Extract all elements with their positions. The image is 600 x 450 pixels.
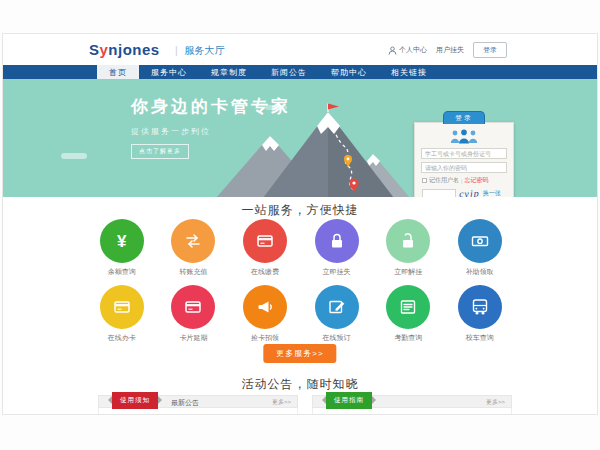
refresh-captcha-link[interactable]: 换一张 xyxy=(483,189,501,197)
services-row: ¥ 余额查询 转账充值 在线缴费 xyxy=(86,219,516,277)
service-label: 补助领取 xyxy=(466,267,494,277)
header: Synjones |服务大厅 个人中心 用户挂失 登录 xyxy=(3,34,597,65)
tab-usage-notice[interactable]: 使用须知 xyxy=(112,392,158,409)
service-label: 考勤查询 xyxy=(394,333,422,343)
service-circle xyxy=(315,285,359,329)
person-icon xyxy=(388,46,397,55)
service-subsidy-collection[interactable]: 补助领取 xyxy=(444,219,516,277)
more-link[interactable]: 更多>> xyxy=(272,396,291,409)
cloud-icon xyxy=(61,153,87,159)
service-circle xyxy=(243,285,287,329)
hero-banner: 你身边的卡管专家 提供服务一步到位 点击了解更多 登录 记住用户名 | 忘记密码 xyxy=(3,79,597,197)
remember-checkbox[interactable] xyxy=(422,178,427,183)
service-online-card-application[interactable]: 在线办卡 xyxy=(86,285,158,343)
bank-card-icon xyxy=(183,297,203,317)
bus-icon xyxy=(470,297,490,317)
forgot-password-link[interactable]: 忘记密码 xyxy=(465,176,489,185)
service-label: 余额查询 xyxy=(108,267,136,277)
header-right: 个人中心 用户挂失 登录 xyxy=(388,42,507,58)
service-report-loss[interactable]: 立即挂失 xyxy=(301,219,373,277)
logo-divider: | xyxy=(175,45,178,56)
logo-text: njones xyxy=(108,41,159,58)
password-input[interactable] xyxy=(421,162,507,173)
transfer-arrows-icon xyxy=(183,231,203,251)
unlock-icon xyxy=(398,231,418,251)
logo: Synjones xyxy=(89,41,160,58)
captcha-row: cvjp 换一张 xyxy=(422,188,506,197)
nav-item-home[interactable]: 首页 xyxy=(97,65,139,79)
yen-icon: ¥ xyxy=(117,233,126,250)
hero-title: 你身边的卡管专家 xyxy=(131,95,291,118)
service-online-booking[interactable]: 在线预订 xyxy=(301,285,373,343)
captcha-input[interactable] xyxy=(422,189,456,198)
services-section-title: 一站服务，方便快捷 xyxy=(3,202,597,219)
service-cancel-loss[interactable]: 立即解挂 xyxy=(372,219,444,277)
service-label: 立即解挂 xyxy=(394,267,422,277)
users-group-icon xyxy=(446,128,482,145)
personal-center-link[interactable]: 个人中心 xyxy=(388,45,427,55)
panel-header-bar: 使用指南 更多>> xyxy=(312,395,512,408)
service-balance-inquiry[interactable]: ¥ 余额查询 xyxy=(86,219,158,277)
service-circle xyxy=(100,285,144,329)
user-loss-report-link[interactable]: 用户挂失 xyxy=(436,45,464,55)
nav-item-related-links[interactable]: 相关链接 xyxy=(379,65,439,79)
service-label: 在线预订 xyxy=(323,333,351,343)
edit-icon xyxy=(327,297,347,317)
login-tab[interactable]: 登录 xyxy=(443,111,485,124)
banknote-icon xyxy=(470,231,490,251)
panel-header-bar: 使用须知 最新公告 更多>> xyxy=(98,395,298,408)
service-label: 立即挂失 xyxy=(323,267,351,277)
megaphone-icon xyxy=(255,297,275,317)
user-loss-report-label: 用户挂失 xyxy=(436,45,464,55)
nav-item-help-center[interactable]: 帮助中心 xyxy=(319,65,379,79)
site-name-label: 服务大厅 xyxy=(185,45,225,56)
service-found-card-claim[interactable]: 捡卡招领 xyxy=(229,285,301,343)
service-label: 在线办卡 xyxy=(108,333,136,343)
remember-row: 记住用户名 | 忘记密码 xyxy=(422,176,506,185)
service-card-extension[interactable]: 卡片延期 xyxy=(158,285,230,343)
service-attendance-inquiry[interactable]: 考勤查询 xyxy=(372,285,444,343)
service-school-bus-inquiry[interactable]: 校车查询 xyxy=(444,285,516,343)
nav-item-news[interactable]: 新闻公告 xyxy=(259,65,319,79)
hero-subtitle: 提供服务一步到位 xyxy=(131,126,291,137)
attendance-list-icon xyxy=(398,297,418,317)
service-label: 校车查询 xyxy=(466,333,494,343)
nav-item-service-center[interactable]: 服务中心 xyxy=(139,65,199,79)
nav-item-rules[interactable]: 规章制度 xyxy=(199,65,259,79)
tab-latest-announcements[interactable]: 最新公告 xyxy=(171,396,199,409)
service-circle xyxy=(386,285,430,329)
panel-usage-notice: 使用须知 最新公告 更多>> xyxy=(98,395,298,415)
service-circle xyxy=(171,285,215,329)
service-label: 捡卡招领 xyxy=(251,333,279,343)
more-services-button[interactable]: 更多服务>> xyxy=(263,344,336,363)
site-name: |服务大厅 xyxy=(175,44,225,58)
service-circle xyxy=(386,219,430,263)
service-transfer-recharge[interactable]: 转账充值 xyxy=(158,219,230,277)
service-label: 在线缴费 xyxy=(251,267,279,277)
remember-divider: | xyxy=(461,178,463,184)
captcha-image: cvjp xyxy=(459,188,480,197)
more-link[interactable]: 更多>> xyxy=(486,396,505,409)
service-label: 转账充值 xyxy=(179,267,207,277)
personal-center-label: 个人中心 xyxy=(399,45,427,55)
tab-usage-guide[interactable]: 使用指南 xyxy=(326,392,372,409)
service-circle xyxy=(458,285,502,329)
service-circle xyxy=(458,219,502,263)
hero-copy: 你身边的卡管专家 提供服务一步到位 点击了解更多 xyxy=(131,95,291,159)
service-circle xyxy=(315,219,359,263)
remember-label: 记住用户名 xyxy=(429,176,459,185)
service-label: 卡片延期 xyxy=(179,333,207,343)
username-input[interactable] xyxy=(421,148,507,159)
panel-usage-guide: 使用指南 更多>> xyxy=(312,395,512,415)
header-login-button[interactable]: 登录 xyxy=(473,42,507,58)
service-circle xyxy=(243,219,287,263)
service-circle xyxy=(171,219,215,263)
bank-card-icon xyxy=(112,297,132,317)
logo-text: S xyxy=(89,41,100,58)
service-online-payment[interactable]: 在线缴费 xyxy=(229,219,301,277)
panel-body xyxy=(98,408,298,415)
services-grid: ¥ 余额查询 转账充值 在线缴费 xyxy=(86,219,516,343)
service-circle: ¥ xyxy=(100,219,144,263)
hero-cta-button[interactable]: 点击了解更多 xyxy=(131,144,189,159)
services-row: 在线办卡 卡片延期 捡卡招领 xyxy=(86,285,516,343)
